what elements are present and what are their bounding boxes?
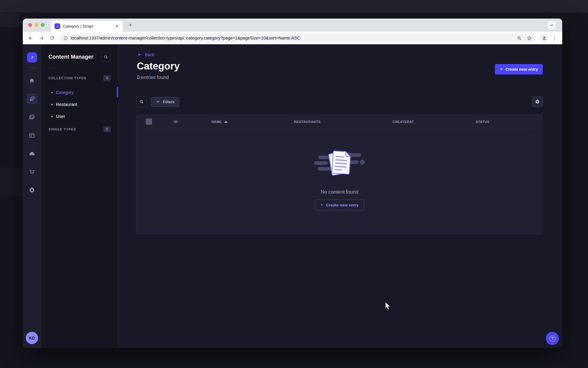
back-label: Back [145,52,154,57]
bullet-icon [51,116,53,117]
nav-content-manager-icon[interactable] [27,93,37,104]
filters-button[interactable]: Filters [151,97,179,107]
nav-media-library-icon[interactable] [27,112,37,122]
url-bar[interactable]: localhost:1337/admin/content-manager/col… [59,34,536,42]
view-settings-button[interactable] [532,96,543,107]
column-header-name[interactable]: NAME [211,120,294,124]
traffic-lights [28,23,45,27]
column-header-id[interactable]: ID [174,120,211,124]
nav-home-icon[interactable] [27,75,37,86]
column-header-createdat[interactable]: CREATEDAT [392,120,476,124]
url-text[interactable]: localhost:1337/admin/content-manager/col… [71,36,513,40]
bullet-icon [51,104,53,105]
subnav-search-button[interactable] [101,52,111,62]
site-info-icon[interactable] [63,36,68,40]
browser-window: Category | Strapi ✕ + localhost:1337/adm… [23,19,562,348]
back-nav-icon[interactable] [27,34,34,42]
browser-toolbar: localhost:1337/admin/content-manager/col… [23,32,562,44]
help-button[interactable]: ? [546,332,559,345]
search-button[interactable] [136,96,147,107]
column-header-restaurants[interactable]: RESTAURANTS [294,120,392,124]
content-manager-subnav: Content Manager COLLECTION TYPES 3 Categ… [41,44,118,348]
zoom-level-icon[interactable] [517,36,522,41]
create-button-label: Create new entry [326,203,359,207]
sidebar-item-restaurant[interactable]: Restaurant [49,98,111,110]
user-avatar[interactable]: KD [26,332,38,344]
collection-types-count-badge: 3 [103,75,111,81]
filter-icon [156,100,160,104]
empty-create-new-entry-button[interactable]: + Create new entry [315,200,364,210]
minimize-window-button[interactable] [34,23,38,27]
create-button-label: Create new entry [505,67,538,72]
nav-content-type-builder-icon[interactable] [27,130,37,141]
browser-profile-icon[interactable] [540,34,548,42]
tab-search-button[interactable] [547,21,556,29]
column-label: NAME [211,120,222,124]
entries-table-card: ID NAME RESTAURANTS CREATEDAT STATUS [136,115,543,234]
create-new-entry-button[interactable]: + Create new entry [495,64,543,74]
strapi-favicon-icon [54,23,60,29]
entries-count-text: 0 entries found [137,75,169,80]
no-content-illustration-icon [313,147,366,178]
help-icon: ? [549,335,556,342]
forward-nav-icon[interactable] [38,34,45,42]
strapi-app: KD Content Manager COLLECTION TYPES 3 Ca… [23,44,562,348]
subnav-title: Content Manager [49,54,93,60]
collection-types-label: COLLECTION TYPES [49,76,87,80]
new-tab-button[interactable]: + [127,22,134,29]
browser-tab[interactable]: Category | Strapi ✕ [51,21,123,32]
active-item-indicator [117,87,118,98]
desktop-background-chip [0,13,19,28]
browser-menu-icon[interactable]: ⋮ [551,35,558,41]
page-title: Category [137,60,180,72]
subnav-divider [49,68,56,68]
sidebar-item-label: Restaurant [56,102,77,107]
filters-label: Filters [163,100,175,104]
tab-close-icon[interactable]: ✕ [114,23,120,29]
plus-icon: + [320,202,323,207]
single-types-label: SINGLE TYPES [49,127,76,131]
fullscreen-window-button[interactable] [41,23,45,27]
sidebar-item-user[interactable]: User [49,110,111,122]
tab-strip: Category | Strapi ✕ + [23,19,562,32]
back-link[interactable]: Back [137,52,154,57]
main-nav-rail: KD [23,44,41,348]
nav-marketplace-icon[interactable] [27,166,37,177]
sidebar-item-label: Category [56,90,74,95]
desktop-background-band [0,0,588,13]
empty-state-message: No content found [321,189,358,195]
tab-title: Category | Strapi [63,24,114,28]
nav-settings-icon[interactable] [27,185,37,195]
reload-icon[interactable] [49,34,56,42]
nav-cloud-icon[interactable] [27,148,37,159]
arrow-left-icon [137,52,142,57]
sidebar-item-label: User [56,114,65,119]
main-content: Back Category 0 entries found + Create n… [118,44,562,348]
sort-ascending-icon [225,121,228,123]
single-types-count-badge: 0 [103,126,111,132]
rail-divider [27,67,37,68]
select-all-checkbox[interactable] [146,118,152,125]
column-header-status[interactable]: STATUS [476,120,542,124]
empty-state: No content found + Create new entry [137,129,542,210]
list-controls: Filters [136,96,543,107]
bullet-icon [51,92,53,93]
table-header-row: ID NAME RESTAURANTS CREATEDAT STATUS [137,115,542,128]
desktop-background-chip [0,168,23,196]
sidebar-item-category[interactable]: Category [49,86,111,98]
collection-types-list: Category Restaurant User [49,86,111,122]
bookmark-star-icon[interactable] [527,35,532,41]
strapi-logo-icon[interactable] [27,52,37,63]
plus-icon: + [500,66,503,72]
close-window-button[interactable] [28,23,32,27]
